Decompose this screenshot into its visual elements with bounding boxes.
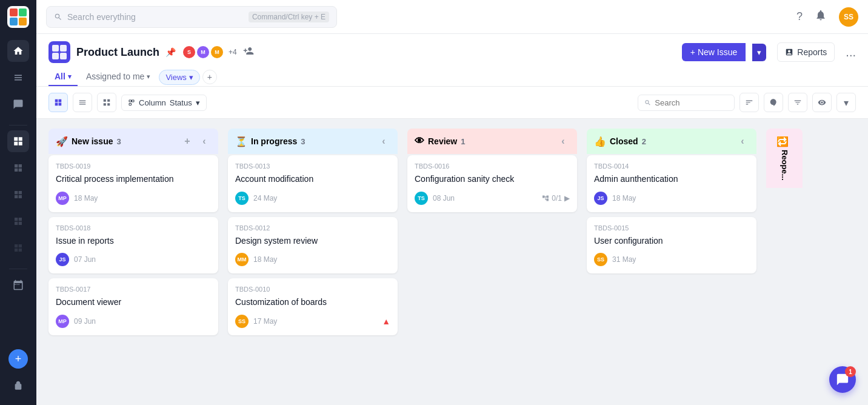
- add-member-button[interactable]: [243, 45, 254, 59]
- card-tbds-0017[interactable]: TBDS-0017 Document viewer MP 09 Jun: [48, 278, 218, 335]
- column-header-new-issue: 🚀 New issue 3 + ‹: [48, 129, 218, 154]
- status-label: Status: [170, 98, 192, 107]
- sidebar-item-apps[interactable]: [7, 274, 29, 296]
- card-title: Design system review: [235, 235, 390, 247]
- column-reopened: 🔁 Reope...: [766, 129, 803, 395]
- sidebar-item-home[interactable]: [7, 40, 29, 62]
- user-avatar[interactable]: SS: [839, 7, 858, 27]
- sidebar-divider-2: [9, 269, 27, 269]
- sort-button[interactable]: [739, 93, 759, 112]
- card-date: 09 Jun: [74, 317, 96, 326]
- card-tbds-0019[interactable]: TBDS-0019 Critical process implementatio…: [48, 155, 218, 212]
- reopened-col-icon: 🔁: [776, 136, 789, 147]
- closed-col-label: Closed: [610, 136, 638, 146]
- card-avatar: TS: [235, 192, 249, 205]
- search-icon: [54, 13, 62, 21]
- card-id: TBDS-0019: [56, 162, 211, 170]
- more-options-button[interactable]: ...: [846, 45, 856, 59]
- global-search-bar[interactable]: Search everything Command/Ctrl key + E: [46, 6, 337, 28]
- board-toolbar: Column Status ▾ ▾: [36, 87, 868, 119]
- add-button[interactable]: +: [8, 349, 28, 369]
- card-title: Account modification: [235, 173, 390, 186]
- card-title: Document viewer: [56, 296, 211, 309]
- card-tbds-0016[interactable]: TBDS-0016 Configuration sanity check TS …: [407, 155, 577, 212]
- new-issue-dropdown[interactable]: ▾: [752, 44, 766, 61]
- closed-cards: TBDS-0014 Admin aunthentication JS 18 Ma…: [587, 155, 756, 273]
- card-id: TBDS-0010: [235, 286, 390, 293]
- add-card-button[interactable]: +: [181, 135, 194, 148]
- collapse-review-button[interactable]: ‹: [556, 135, 570, 148]
- card-avatar: MP: [56, 192, 69, 205]
- tab-all[interactable]: All ▾: [48, 68, 78, 86]
- sidebar-item-board-3[interactable]: [7, 184, 29, 206]
- search-shortcut: Command/Ctrl key + E: [249, 12, 329, 22]
- collapse-in-progress-button[interactable]: ‹: [377, 135, 390, 148]
- search-icon-small: [644, 99, 651, 107]
- new-issue-col-label: New issue: [72, 136, 113, 146]
- sidebar-item-board-5[interactable]: [7, 237, 29, 259]
- project-icon: [48, 41, 70, 63]
- card-title: Configuration sanity check: [415, 173, 570, 186]
- card-tbds-0014[interactable]: TBDS-0014 Admin aunthentication JS 18 Ma…: [587, 155, 756, 212]
- subtask-expand[interactable]: ▶: [564, 194, 570, 202]
- collapse-closed-button[interactable]: ‹: [736, 135, 749, 148]
- lock-icon[interactable]: [7, 375, 29, 397]
- closed-col-count: 2: [642, 137, 646, 146]
- app-logo[interactable]: [7, 6, 29, 28]
- group-button[interactable]: [764, 93, 783, 112]
- in-progress-col-count: 3: [301, 137, 305, 146]
- new-issue-cards: TBDS-0019 Critical process implementatio…: [48, 155, 218, 335]
- review-col-label: Review: [428, 136, 457, 146]
- tab-assigned-to-me[interactable]: Assigned to me ▾: [80, 68, 157, 86]
- card-tbds-0015[interactable]: TBDS-0015 User configuration SS 31 May: [587, 217, 756, 274]
- sidebar: +: [0, 0, 36, 405]
- column-in-progress: ⏳ In progress 3 ‹ TBDS-0013 Account modi…: [228, 129, 398, 395]
- reports-button[interactable]: Reports: [777, 42, 835, 62]
- pin-icon[interactable]: 📌: [165, 47, 176, 57]
- more-toolbar-button[interactable]: ▾: [836, 93, 856, 112]
- sidebar-item-messages[interactable]: [7, 93, 29, 115]
- filter-button[interactable]: [788, 93, 807, 112]
- board-view-button[interactable]: [48, 93, 68, 112]
- member-avatar-3: M: [210, 45, 224, 59]
- card-date: 17 May: [253, 317, 277, 326]
- sidebar-item-board-4[interactable]: [7, 210, 29, 232]
- in-progress-col-label: In progress: [251, 136, 297, 146]
- sidebar-item-projects[interactable]: [7, 67, 29, 89]
- notifications-icon[interactable]: [815, 9, 827, 24]
- card-date: 31 May: [612, 255, 636, 264]
- card-date: 18 May: [253, 255, 277, 264]
- sidebar-divider: [9, 125, 27, 126]
- sidebar-item-board-2[interactable]: [7, 157, 29, 179]
- grid-view-button[interactable]: [97, 93, 116, 112]
- card-id: TBDS-0016: [415, 162, 570, 170]
- board-search[interactable]: [638, 95, 735, 111]
- chat-button[interactable]: 1: [829, 366, 856, 393]
- card-title: Issue in reports: [56, 235, 211, 247]
- card-tbds-0010[interactable]: TBDS-0010 Customization of boards SS 17 …: [228, 278, 398, 335]
- card-title: Customization of boards: [235, 296, 390, 309]
- card-id: TBDS-0012: [235, 224, 390, 232]
- eye-button[interactable]: [812, 93, 832, 112]
- list-view-button[interactable]: [73, 93, 92, 112]
- add-view-button[interactable]: +: [202, 70, 217, 84]
- card-tbds-0013[interactable]: TBDS-0013 Account modification TS 24 May: [228, 155, 398, 212]
- card-title: Critical process implementation: [56, 173, 211, 186]
- review-col-count: 1: [461, 137, 465, 146]
- column-selector[interactable]: Column Status ▾: [121, 95, 207, 111]
- sidebar-item-board[interactable]: [7, 130, 29, 152]
- card-tbds-0018[interactable]: TBDS-0018 Issue in reports JS 07 Jun: [48, 217, 218, 274]
- board-search-input[interactable]: [655, 98, 728, 107]
- new-issue-button[interactable]: + New Issue: [682, 43, 746, 61]
- project-name: Product Launch: [76, 46, 159, 59]
- subtask-count: 0/1: [552, 194, 562, 202]
- collapse-col-button[interactable]: ‹: [198, 135, 211, 148]
- column-review: 👁 Review 1 ‹ TBDS-0016 Configuration san…: [407, 129, 577, 395]
- member-count: +4: [229, 48, 237, 56]
- views-button[interactable]: Views ▾: [159, 70, 199, 85]
- help-icon[interactable]: ?: [796, 10, 803, 23]
- card-date: 18 May: [74, 194, 98, 202]
- card-tbds-0012[interactable]: TBDS-0012 Design system review MM 18 May: [228, 217, 398, 274]
- closed-col-icon: 👍: [594, 136, 606, 147]
- project-members: S M M +4: [182, 45, 237, 59]
